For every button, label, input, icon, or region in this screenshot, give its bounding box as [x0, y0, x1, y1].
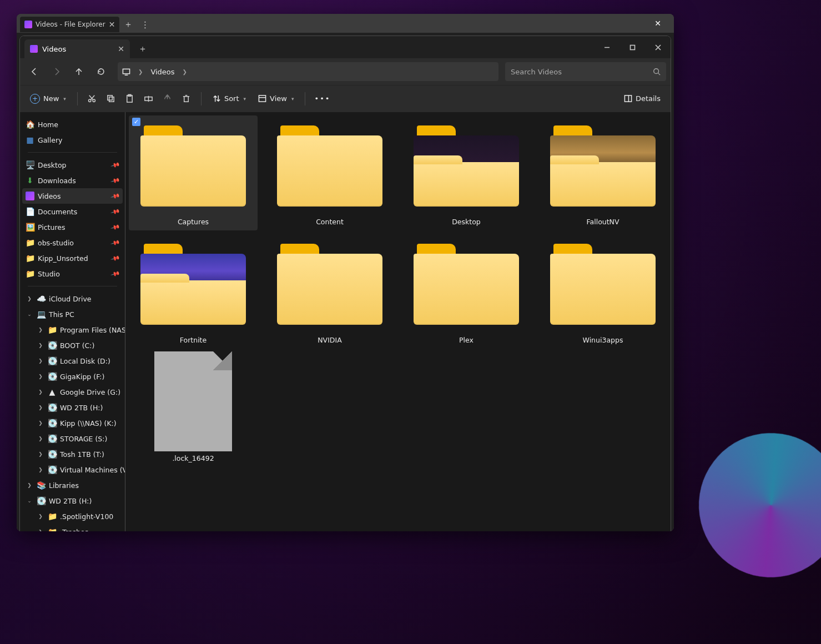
sidebar-gallery[interactable]: ▦Gallery	[22, 132, 123, 148]
navbar: ❯ Videos ❯ Search Videos	[20, 58, 671, 85]
close-icon[interactable]: ✕	[118, 44, 124, 53]
grid-item[interactable]: NVIDIA	[265, 234, 394, 349]
close-icon[interactable]: ✕	[109, 21, 115, 28]
selection-check-icon[interactable]: ✓	[132, 118, 140, 126]
sidebar-drive[interactable]: ❯💽Local Disk (D:)	[22, 353, 123, 369]
sidebar-quick-desktop[interactable]: 🖥️Desktop📌	[22, 157, 123, 173]
sidebar-quick-obs-studio[interactable]: 📁obs-studio📌	[22, 235, 123, 250]
search-placeholder: Search Videos	[511, 68, 562, 76]
grid-item[interactable]: Plex	[402, 234, 531, 349]
chevron-down-icon: ▾	[244, 96, 246, 102]
grid-item-label: Desktop	[452, 218, 481, 226]
cmd-paste[interactable]	[121, 90, 139, 108]
nav-back[interactable]	[24, 63, 44, 80]
grid-item[interactable]: ✓ Captures	[129, 115, 258, 230]
sidebar-drive[interactable]: ❯💽BOOT (C:)	[22, 338, 123, 353]
sidebar-icloud[interactable]: ❯☁️iCloud Drive	[22, 291, 123, 306]
pin-icon: 📌	[110, 222, 121, 232]
grid-item-label: Fortnite	[180, 336, 206, 344]
window-close[interactable]	[645, 36, 671, 58]
nav-refresh[interactable]	[91, 63, 111, 80]
sidebar-home[interactable]: 🏠Home	[22, 117, 123, 132]
sidebar-quick-studio[interactable]: 📁Studio📌	[22, 266, 123, 281]
explorer-titlebar: Videos ✕ ＋	[20, 36, 671, 58]
sidebar-quick-kipp_unsorted[interactable]: 📁Kipp_Unsorted📌	[22, 250, 123, 266]
chevron-down-icon: ▾	[63, 96, 66, 102]
chevron-right-icon[interactable]: ❯	[136, 69, 145, 75]
sidebar-quick-downloads[interactable]: ⬇Downloads📌	[22, 173, 123, 188]
sidebar-thispc[interactable]: ⌄💻This PC	[22, 306, 123, 322]
sidebar-wd-child[interactable]: ❯📁.Trashes	[22, 524, 123, 531]
cmd-cut[interactable]	[83, 90, 101, 108]
sidebar-wd[interactable]: ⌄💽WD 2TB (H:)	[22, 493, 123, 509]
nav-forward[interactable]	[47, 63, 67, 80]
grid-item[interactable]: .lock_16492	[129, 352, 258, 467]
sidebar-drive[interactable]: ❯💽Kipp (\\NAS) (K:)	[22, 415, 123, 431]
sidebar-libraries[interactable]: ❯📚Libraries	[22, 477, 123, 493]
cmd-details-pane[interactable]: Details	[618, 90, 666, 108]
cmd-new-label: New	[43, 94, 59, 103]
breadcrumb-location[interactable]: Videos	[150, 68, 174, 76]
cmd-share[interactable]	[159, 90, 177, 108]
sidebar-quick-documents[interactable]: 📄Documents📌	[22, 204, 123, 219]
explorer-tab-active[interactable]: Videos ✕	[24, 39, 130, 58]
search-icon	[653, 68, 661, 76]
cmd-new[interactable]: + New ▾	[24, 90, 72, 108]
grid-item[interactable]: Content	[265, 115, 394, 230]
cmd-rename[interactable]	[140, 90, 158, 108]
chevron-down-icon: ▾	[291, 96, 294, 102]
sidebar-drive[interactable]: ❯💽GigaKipp (F:)	[22, 369, 123, 384]
sidebar-quick-pictures[interactable]: 🖼️Pictures📌	[22, 219, 123, 235]
cmd-more[interactable]: •••	[311, 90, 334, 108]
pin-icon: 📌	[110, 207, 121, 217]
grid-item-label: .lock_16492	[172, 454, 214, 462]
pin-icon: 📌	[110, 253, 121, 263]
grid-item-label: Captures	[178, 218, 209, 226]
svg-point-2	[654, 69, 659, 74]
nav-up[interactable]	[69, 63, 89, 80]
pin-icon: 📌	[110, 175, 121, 185]
grid-item[interactable]: Winui3apps	[538, 234, 667, 349]
grid-item-label: Content	[316, 218, 344, 226]
sidebar-drive[interactable]: ❯💽STORAGE (S:)	[22, 431, 123, 446]
host-tab-active[interactable]: Videos - File Explorer ✕	[20, 17, 119, 32]
pin-icon: 📌	[110, 160, 121, 170]
sidebar-drive[interactable]: ❯💽WD 2TB (H:)	[22, 400, 123, 415]
host-window-close[interactable]: ✕	[645, 14, 671, 33]
sidebar-wd-child[interactable]: ❯📁.Spotlight-V100	[22, 509, 123, 524]
pin-icon: 📌	[110, 238, 121, 248]
sort-icon	[213, 94, 221, 103]
grid-item[interactable]: Desktop	[402, 115, 531, 230]
grid-item[interactable]: Fortnite	[129, 234, 258, 349]
sidebar-drive[interactable]: ❯💽Tosh 1TB (T:)	[22, 446, 123, 462]
cmd-delete[interactable]	[178, 90, 195, 108]
cmd-copy[interactable]	[102, 90, 120, 108]
cmd-view[interactable]: View ▾	[253, 90, 299, 108]
host-window: Videos - File Explorer ✕ ＋ ⋮ ✕ Videos ✕ …	[17, 14, 674, 531]
host-new-tab[interactable]: ＋	[120, 17, 136, 32]
sidebar-drive[interactable]: ❯▲Google Drive (G:)	[22, 384, 123, 400]
sidebar-drive[interactable]: ❯📁Program Files (NAS)	[22, 322, 123, 338]
window-minimize[interactable]	[594, 36, 619, 58]
host-tab-menu[interactable]: ⋮	[137, 17, 153, 32]
host-tab-title: Videos - File Explorer	[36, 21, 105, 28]
grid-item[interactable]: FalloutNV	[538, 115, 667, 230]
cmd-sort[interactable]: Sort ▾	[207, 90, 251, 108]
svg-rect-11	[624, 95, 631, 102]
window-maximize[interactable]	[619, 36, 645, 58]
chevron-right-icon[interactable]: ❯	[180, 69, 189, 75]
svg-rect-1	[123, 69, 129, 73]
search-box[interactable]: Search Videos	[505, 62, 666, 81]
content-area[interactable]: ✓ Captures Content Desktop	[125, 112, 671, 531]
svg-rect-10	[259, 95, 265, 102]
grid-item-label: NVIDIA	[318, 336, 341, 344]
navigation-pane[interactable]: 🏠Home▦Gallery🖥️Desktop📌⬇Downloads📌Videos…	[20, 112, 125, 531]
svg-rect-5	[108, 95, 113, 100]
explorer-window: Videos ✕ ＋ ❯ Videos	[19, 36, 671, 531]
address-bar[interactable]: ❯ Videos ❯	[118, 62, 498, 81]
grid-item-label: Plex	[459, 336, 474, 344]
sidebar-drive[interactable]: ❯💽Virtual Machines (V:)	[22, 462, 123, 477]
explorer-new-tab[interactable]: ＋	[133, 39, 152, 58]
sidebar-quick-videos[interactable]: Videos📌	[22, 188, 123, 204]
videos-icon	[30, 45, 38, 53]
